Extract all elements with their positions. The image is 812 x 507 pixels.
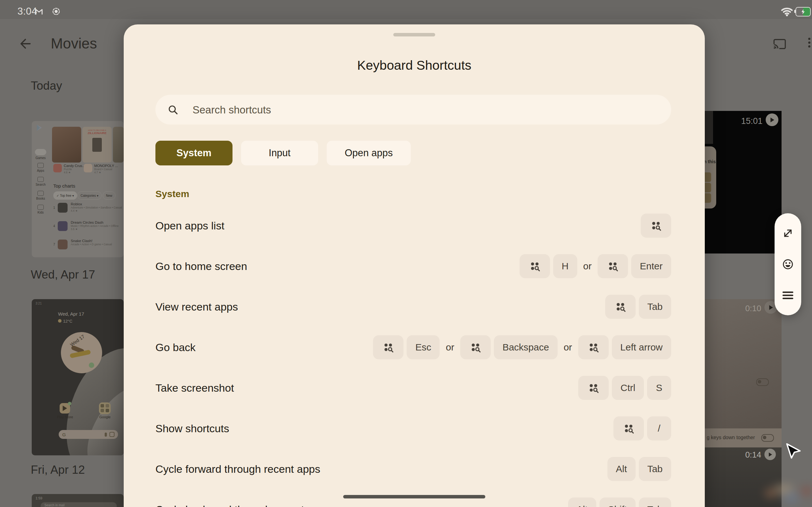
shortcut-label: Go to home screen [155, 260, 247, 273]
settings-row: g keys down together [705, 429, 781, 447]
meta-key-icon [578, 335, 609, 359]
menu-icon[interactable] [778, 286, 798, 305]
settings-toggle [756, 378, 769, 386]
play-store-app-icon [60, 403, 70, 413]
shortcut-label: Take screenshot [155, 382, 234, 394]
google-search-pill: G [59, 430, 118, 439]
shortcut-keys: AltShiftTab [568, 498, 671, 507]
page-title: Movies [51, 35, 97, 52]
meta-key-icon [641, 214, 671, 238]
app-label: Play Store [51, 415, 79, 419]
cast-icon[interactable] [773, 39, 786, 50]
shortcut-keys: Tab [605, 295, 671, 319]
tab-system[interactable]: System [155, 141, 233, 165]
meta-key-icon [598, 254, 628, 278]
video-thumbnail-a[interactable]: 15:01 [705, 111, 781, 253]
key-h: H [553, 254, 577, 278]
floating-toolbar [774, 213, 801, 315]
shortcut-label: Cycle forward through recent apps [155, 463, 320, 475]
tab-input[interactable]: Input [241, 141, 318, 165]
settings-toggle [761, 434, 774, 442]
ps-app-row: MONOPOLY ...Board • Casual4.7 ★ [84, 164, 122, 174]
scroll-indicator[interactable] [343, 495, 485, 498]
shortcut-row: Show shortcuts/ [155, 408, 671, 449]
drag-handle[interactable] [393, 33, 435, 37]
date-section-wed: Wed, Apr 17 [31, 268, 95, 281]
thumb-status-time: 3:21 [36, 302, 42, 305]
keyboard-shortcuts-dialog: Keyboard Shortcuts System Input Open app… [124, 24, 705, 507]
play-store-logo-icon [36, 124, 43, 131]
shortcut-row: Go backEscorBackspaceorLeft arrow [155, 327, 671, 368]
game-banner [52, 127, 81, 163]
key--: / [647, 416, 671, 441]
search-bar [155, 95, 671, 124]
gmail-notification-icon [34, 7, 44, 17]
weather-icon [58, 319, 61, 323]
ps-chart-row: 4Dream Circles DashMusic • Rhythm-action… [53, 221, 121, 236]
thumb-status-time: 1:59 [36, 496, 42, 500]
meta-key-icon [373, 335, 403, 359]
game-banner: HOW TO BECOME A ZILLIONAIRE [83, 127, 112, 163]
shortcut-label: Show shortcuts [155, 422, 229, 435]
key-alt: Alt [607, 457, 636, 481]
key-enter: Enter [631, 254, 671, 278]
ps-filter-chip: New [103, 191, 115, 200]
home-weather: 12°C [58, 319, 72, 324]
screen: 3:04 Movies [0, 0, 812, 507]
video-duration: 0:14 [745, 450, 761, 460]
ps-chart-row: 7Snake Clash!Arcade • Action • O game • … [53, 239, 121, 255]
key-ctrl: Ctrl [612, 376, 644, 400]
key-tab: Tab [639, 295, 671, 319]
key-s: S [647, 376, 671, 400]
ps-nav-games: Games [34, 149, 48, 160]
shortcut-label: Cycle backward through recent apps [155, 504, 331, 507]
google-folder-icon [99, 402, 111, 414]
video-thumbnail-b[interactable]: 0:10 g keys down together [705, 299, 781, 447]
meta-key-icon [519, 254, 550, 278]
overflow-menu-icon[interactable] [808, 38, 810, 48]
tab-open-apps[interactable]: Open apps [327, 141, 411, 165]
video-thumbnail-playstore[interactable]: HOW TO BECOME A ZILLIONAIRE GamesAppsSea… [32, 121, 124, 257]
shortcut-row: Open apps list [155, 205, 671, 246]
shortcut-keys: CtrlS [578, 376, 671, 400]
lens-icon [109, 432, 114, 437]
wifi-icon [781, 7, 793, 18]
shortcut-row: Go to home screenHorEnter [155, 246, 671, 286]
date-section-fri: Fri, Apr 12 [31, 463, 85, 476]
shortcut-row: View recent appsTab [155, 286, 671, 327]
shortcut-label: Go back [155, 341, 196, 354]
meta-key-icon [578, 376, 609, 400]
shortcut-keys [641, 214, 671, 238]
shortcut-keys: / [613, 416, 671, 441]
search-input[interactable] [192, 95, 656, 125]
ps-chart-row: 1RobloxAdventure • Simulation • Sandbox … [53, 203, 121, 218]
shortcut-keys: EscorBackspaceorLeft arrow [373, 335, 671, 359]
meta-key-icon [460, 335, 491, 359]
play-icon [766, 113, 778, 126]
back-button[interactable] [18, 37, 32, 52]
key-esc: Esc [407, 335, 440, 359]
mouse-cursor [785, 442, 802, 461]
expand-icon[interactable] [778, 224, 798, 243]
search-icon [167, 104, 179, 116]
or-separator: or [564, 342, 572, 353]
date-section-today: Today [31, 79, 62, 93]
key-tab: Tab [639, 498, 671, 507]
meta-key-icon [613, 416, 644, 441]
ps-nav-kids: Kids [34, 205, 48, 214]
gmail-search-bar: Search in mail [41, 502, 117, 507]
blurred-thumbnail [761, 484, 812, 507]
key-backspace: Backspace [494, 335, 558, 359]
shortcut-label: View recent apps [155, 301, 238, 313]
emoji-icon[interactable] [778, 255, 798, 274]
meta-key-icon [605, 295, 636, 319]
play-icon [764, 449, 776, 460]
ps-filter-chip: Categories ▾ [78, 191, 101, 200]
video-thumbnail-gmail[interactable]: 1:59 Search in mail [32, 494, 124, 507]
or-separator: or [583, 261, 592, 272]
ps-nav-apps: Apps [34, 163, 48, 172]
shortcut-row: Cycle forward through recent appsAltTab [155, 449, 671, 489]
key-alt: Alt [568, 498, 596, 507]
video-thumbnail-homescreen[interactable]: 3:21 Wed, Apr 17 12°C Wed 17 Play Store … [32, 299, 124, 455]
video-duration: 15:01 [741, 116, 763, 126]
